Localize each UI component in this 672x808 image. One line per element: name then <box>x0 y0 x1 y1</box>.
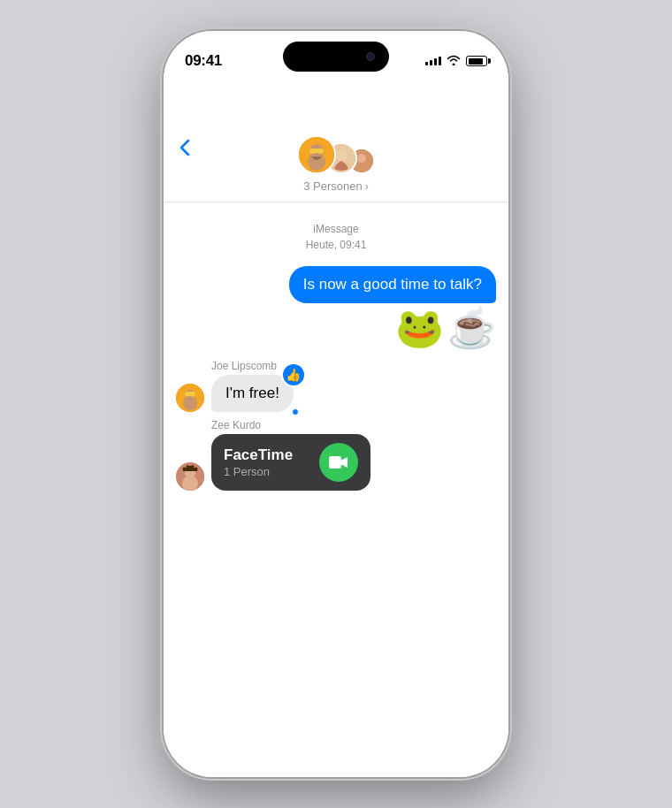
group-avatars <box>297 135 375 174</box>
signal-bars <box>425 57 441 65</box>
battery-icon <box>466 56 487 66</box>
status-time: 09:41 <box>185 52 222 70</box>
facetime-text-block: FaceTime 1 Person <box>224 446 309 478</box>
dynamic-island <box>283 42 389 72</box>
facetime-subtitle: 1 Person <box>224 465 309 478</box>
joe-message-text: I'm free! <box>225 385 279 401</box>
phone-frame: 09:41 <box>164 31 508 777</box>
sender-joe: Joe Lipscomb <box>211 360 508 372</box>
svg-point-11 <box>183 396 197 410</box>
group-title[interactable]: 3 Personen › <box>303 179 369 193</box>
facetime-title: FaceTime <box>224 446 309 464</box>
group-name-label: 3 Personen <box>303 179 363 193</box>
signal-bar-3 <box>434 58 437 65</box>
bubble-facetime[interactable]: FaceTime 1 Person <box>211 434 370 491</box>
wifi-icon <box>447 54 461 68</box>
avatar-zee-sm <box>176 462 204 491</box>
front-camera <box>366 52 375 61</box>
screen: 09:41 <box>164 31 508 777</box>
emoji-stickers-row: 🐸 ☕ <box>164 309 508 347</box>
svg-point-5 <box>336 150 347 161</box>
back-button[interactable] <box>179 139 190 156</box>
bubble-joe[interactable]: I'm free! 👍 <box>211 375 294 412</box>
sender-zee: Zee Kurdo <box>211 419 508 431</box>
imessage-label: iMessage <box>313 223 358 235</box>
timestamp-date: Heute, 09:41 <box>306 239 367 251</box>
outgoing-message: Is now a good time to talk? <box>164 266 508 303</box>
avatar-joe-sm <box>176 384 204 412</box>
signal-bar-4 <box>439 57 441 65</box>
signal-bar-1 <box>425 62 428 65</box>
incoming-message-joe: I'm free! 👍 <box>164 375 508 412</box>
timestamp-label: iMessage Heute, 09:41 <box>164 220 508 252</box>
avatar-joe <box>297 135 336 174</box>
tapback-thumbsup: 👍 <box>281 362 306 387</box>
bubble-out-text[interactable]: Is now a good time to talk? <box>289 266 496 303</box>
nav-header: 3 Personen › <box>164 79 508 202</box>
svg-point-7 <box>357 154 366 163</box>
signal-bar-2 <box>430 60 432 65</box>
group-chevron: › <box>365 180 369 193</box>
messages-area[interactable]: iMessage Heute, 09:41 Is now a good time… <box>164 202 508 777</box>
status-icons <box>425 54 487 68</box>
emoji-coffee: ☕ <box>447 309 496 347</box>
emoji-frog: 🐸 <box>395 309 444 347</box>
svg-rect-15 <box>329 456 341 469</box>
facetime-join-button[interactable] <box>319 443 358 482</box>
tapback-dot <box>292 408 299 415</box>
svg-point-3 <box>308 153 325 171</box>
incoming-message-zee: FaceTime 1 Person <box>164 434 508 491</box>
